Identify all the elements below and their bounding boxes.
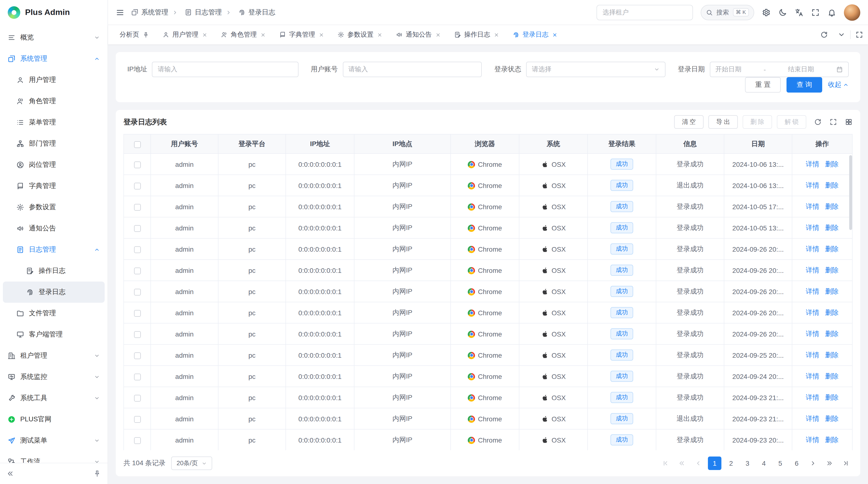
row-checkbox[interactable]: [134, 183, 141, 189]
tab[interactable]: 分析页: [113, 25, 156, 44]
sidebar-item[interactable]: 日志管理: [0, 239, 107, 260]
row-checkbox[interactable]: [134, 225, 141, 232]
row-checkbox[interactable]: [134, 437, 141, 444]
page-number-button[interactable]: 3: [741, 456, 754, 470]
tab[interactable]: 参数设置: [331, 25, 389, 44]
sidebar-item[interactable]: 客户端管理: [0, 324, 107, 345]
user-avatar[interactable]: [844, 4, 860, 21]
refresh-table-button[interactable]: [814, 118, 822, 126]
tab[interactable]: 字典管理: [272, 25, 331, 44]
page-number-button[interactable]: 1: [708, 456, 721, 470]
breadcrumb-item[interactable]: 系统管理: [131, 8, 168, 17]
sidebar-item[interactable]: 系统监控: [0, 366, 107, 388]
delete-link[interactable]: 删除: [825, 181, 839, 190]
sidebar-item[interactable]: 岗位管理: [0, 154, 107, 175]
detail-link[interactable]: 详情: [806, 414, 819, 423]
row-checkbox[interactable]: [134, 374, 141, 380]
row-checkbox[interactable]: [134, 394, 141, 401]
reset-button[interactable]: 重置: [745, 77, 781, 93]
row-checkbox[interactable]: [134, 204, 141, 211]
sidebar-item[interactable]: PLUS官网: [0, 409, 107, 430]
close-tab-icon[interactable]: [552, 32, 557, 37]
sidebar-item[interactable]: 操作日志: [0, 260, 107, 282]
ip-address-input[interactable]: 请输入: [152, 62, 298, 77]
tab[interactable]: 角色管理: [214, 25, 272, 44]
detail-link[interactable]: 详情: [806, 245, 819, 253]
sidebar-item[interactable]: 租户管理: [0, 345, 107, 366]
delete-link[interactable]: 删除: [825, 266, 839, 275]
delete-link[interactable]: 删除: [825, 435, 839, 444]
toggle-sidebar-button[interactable]: [116, 8, 124, 17]
close-tab-icon[interactable]: [202, 32, 207, 37]
sidebar-item[interactable]: 概览: [0, 27, 107, 48]
close-tab-icon[interactable]: [435, 32, 440, 37]
sidebar-item[interactable]: 系统管理: [0, 48, 107, 69]
page-size-select[interactable]: 20条/页: [171, 456, 212, 470]
language-button[interactable]: [795, 8, 803, 17]
delete-link[interactable]: 删除: [825, 223, 839, 232]
delete-link[interactable]: 删除: [825, 308, 839, 317]
sidebar-item[interactable]: 参数设置: [0, 197, 107, 218]
delete-link[interactable]: 删除: [825, 372, 839, 381]
refresh-page-button[interactable]: [820, 31, 828, 39]
breadcrumb-item[interactable]: 日志管理: [168, 8, 222, 17]
global-search[interactable]: 搜索 ⌘ K: [701, 5, 754, 20]
notifications-button[interactable]: [828, 8, 836, 17]
close-tab-icon[interactable]: [260, 32, 266, 37]
sidebar-item[interactable]: 文件管理: [0, 303, 107, 324]
collapse-filter-link[interactable]: 收起: [828, 80, 849, 89]
tab-options-button[interactable]: [838, 31, 845, 39]
app-logo[interactable]: Plus Admin: [0, 0, 107, 25]
detail-link[interactable]: 详情: [806, 393, 819, 402]
theme-toggle-button[interactable]: [778, 8, 787, 17]
tenant-select[interactable]: 选择租户: [596, 5, 693, 20]
table-fullscreen-button[interactable]: [830, 118, 837, 126]
prev-page-button[interactable]: [691, 456, 705, 470]
search-button[interactable]: 查询: [786, 77, 822, 93]
delete-button[interactable]: 删除: [743, 115, 772, 129]
detail-link[interactable]: 详情: [806, 202, 819, 211]
page-number-button[interactable]: 4: [757, 456, 771, 470]
row-checkbox[interactable]: [134, 352, 141, 359]
sidebar-item[interactable]: 用户管理: [0, 69, 107, 91]
delete-link[interactable]: 删除: [825, 414, 839, 423]
close-tab-icon[interactable]: [377, 32, 382, 37]
delete-link[interactable]: 删除: [825, 351, 839, 359]
row-checkbox[interactable]: [134, 267, 141, 274]
sidebar-item[interactable]: 系统工具: [0, 388, 107, 409]
detail-link[interactable]: 详情: [806, 287, 819, 296]
delete-link[interactable]: 删除: [825, 160, 839, 168]
detail-link[interactable]: 详情: [806, 223, 819, 232]
sidebar-item[interactable]: 菜单管理: [0, 112, 107, 133]
select-all-checkbox[interactable]: [134, 141, 141, 148]
page-number-button[interactable]: 5: [774, 456, 787, 470]
user-account-input[interactable]: 请输入: [343, 62, 482, 77]
delete-link[interactable]: 删除: [825, 245, 839, 253]
fullscreen-button[interactable]: [811, 8, 820, 17]
table-scrollbar[interactable]: [849, 155, 852, 230]
sidebar-item[interactable]: 部门管理: [0, 133, 107, 154]
jump-forward-button[interactable]: [823, 456, 836, 470]
sidebar-item[interactable]: 字典管理: [0, 175, 107, 197]
detail-link[interactable]: 详情: [806, 308, 819, 317]
delete-link[interactable]: 删除: [825, 287, 839, 296]
next-page-button[interactable]: [806, 456, 820, 470]
delete-link[interactable]: 删除: [825, 329, 839, 338]
export-button[interactable]: 导出: [708, 115, 738, 129]
tab[interactable]: 用户管理: [156, 25, 214, 44]
first-page-button[interactable]: [659, 456, 672, 470]
detail-link[interactable]: 详情: [806, 351, 819, 359]
row-checkbox[interactable]: [134, 416, 141, 423]
sidebar-item[interactable]: 通知公告: [0, 218, 107, 239]
row-checkbox[interactable]: [134, 161, 141, 168]
row-checkbox[interactable]: [134, 310, 141, 317]
detail-link[interactable]: 详情: [806, 435, 819, 444]
page-number-button[interactable]: 2: [724, 456, 738, 470]
tab[interactable]: 登录日志: [506, 25, 564, 44]
sidebar-item[interactable]: 测试菜单: [0, 430, 107, 451]
delete-link[interactable]: 删除: [825, 393, 839, 402]
detail-link[interactable]: 详情: [806, 160, 819, 168]
row-checkbox[interactable]: [134, 331, 141, 338]
row-checkbox[interactable]: [134, 289, 141, 295]
column-settings-button[interactable]: [845, 118, 852, 126]
